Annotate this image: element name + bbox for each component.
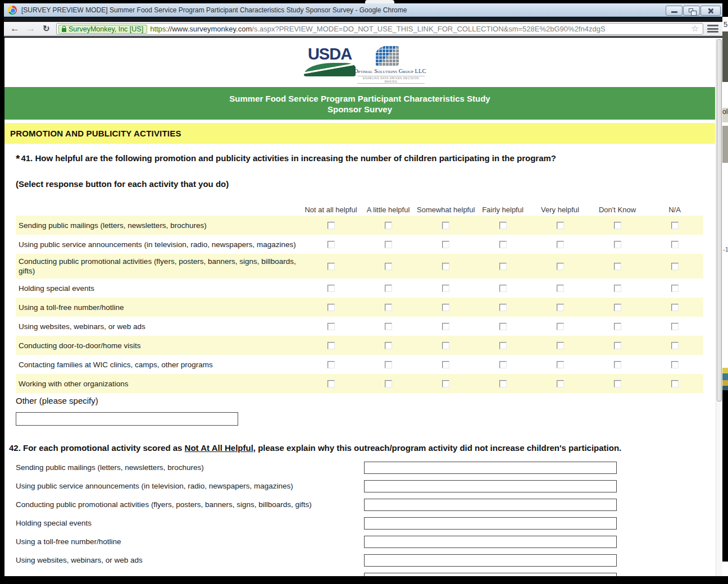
response-checkbox[interactable] [442, 342, 449, 349]
rating-matrix: Not at all helpful A little helpful Some… [16, 203, 703, 393]
background-text-fragment: oll [722, 108, 728, 122]
response-checkbox[interactable] [442, 380, 449, 387]
other-specify-input[interactable] [16, 412, 238, 426]
response-checkbox[interactable] [442, 361, 449, 368]
response-checkbox[interactable] [614, 241, 621, 248]
response-checkbox[interactable] [327, 263, 335, 270]
response-checkbox[interactable] [671, 304, 679, 311]
response-checkbox[interactable] [671, 285, 679, 292]
response-checkbox[interactable] [327, 323, 335, 330]
explain-input[interactable] [364, 554, 617, 567]
response-checkbox[interactable] [671, 361, 679, 368]
response-checkbox[interactable] [385, 304, 392, 311]
response-checkbox[interactable] [671, 241, 679, 248]
response-checkbox[interactable] [442, 323, 449, 330]
response-checkbox[interactable] [385, 285, 392, 292]
explain-input[interactable] [364, 480, 617, 492]
response-checkbox[interactable] [499, 304, 507, 311]
response-checkbox[interactable] [614, 323, 621, 330]
close-button[interactable] [700, 6, 721, 16]
response-checkbox[interactable] [327, 285, 335, 292]
response-checkbox[interactable] [385, 263, 392, 270]
response-checkbox[interactable] [385, 361, 392, 368]
response-checkbox[interactable] [671, 380, 679, 387]
response-checkbox[interactable] [614, 285, 621, 292]
restore-icon [689, 8, 693, 12]
minimize-button[interactable] [666, 6, 683, 16]
restore-button[interactable] [683, 6, 700, 16]
response-checkbox[interactable] [671, 222, 679, 229]
section-header: PROMOTION AND PUBLICITY ACTIVITIES [4, 123, 715, 144]
response-checkbox[interactable] [557, 380, 564, 387]
response-checkbox[interactable] [499, 263, 507, 270]
usda-swoosh [304, 63, 356, 76]
explain-input[interactable] [364, 462, 617, 474]
response-checkbox[interactable] [557, 304, 564, 311]
response-checkbox[interactable] [557, 361, 564, 368]
response-checkbox[interactable] [385, 241, 392, 248]
response-checkbox[interactable] [442, 263, 449, 270]
response-checkbox[interactable] [385, 323, 392, 330]
response-checkbox[interactable] [614, 380, 621, 387]
response-checkbox[interactable] [327, 304, 335, 311]
response-checkbox[interactable] [557, 342, 564, 349]
matrix-row: Using public service announcements (in t… [16, 235, 703, 254]
response-checkbox[interactable] [499, 323, 507, 330]
forward-button[interactable]: → [26, 22, 35, 35]
response-checkbox[interactable] [442, 285, 449, 292]
response-checkbox[interactable] [327, 361, 335, 368]
title-bar[interactable]: [SURVEY PREVIEW MODE] Summer Food Servic… [4, 3, 722, 17]
explain-input[interactable] [364, 536, 617, 548]
response-checkbox[interactable] [327, 241, 335, 248]
response-checkbox[interactable] [614, 304, 621, 311]
address-bar[interactable]: SurveyMonkey, Inc [US] https://www.surve… [56, 23, 703, 35]
back-button[interactable]: ← [10, 22, 20, 35]
response-checkbox[interactable] [499, 380, 507, 387]
response-checkbox[interactable] [442, 304, 449, 311]
response-checkbox[interactable] [557, 241, 564, 248]
response-checkbox[interactable] [671, 342, 679, 349]
response-checkbox[interactable] [385, 380, 392, 387]
response-checkbox[interactable] [499, 361, 507, 368]
response-checkbox[interactable] [614, 361, 621, 368]
response-checkbox[interactable] [614, 342, 621, 349]
response-checkbox[interactable] [327, 342, 335, 349]
bookmark-star-icon[interactable]: ☆ [690, 24, 699, 34]
response-checkbox[interactable] [499, 342, 507, 349]
response-checkbox[interactable] [557, 263, 564, 270]
chrome-menu-button[interactable] [707, 25, 720, 34]
explain-input[interactable] [364, 517, 617, 530]
response-checkbox[interactable] [614, 263, 621, 270]
url-text: https://www.surveymonkey.com/s.aspx?PREV… [150, 25, 703, 33]
background-text-fragment: 5 [724, 20, 727, 29]
response-checkbox[interactable] [557, 323, 564, 330]
response-checkbox[interactable] [442, 241, 449, 248]
scrollbar-thumb[interactable] [717, 39, 722, 402]
background-block-fragment [722, 126, 728, 163]
response-checkbox[interactable] [671, 263, 679, 270]
response-checkbox[interactable] [499, 241, 507, 248]
matrix-row: Sending public mailings (letters, newsle… [16, 216, 703, 235]
response-checkbox[interactable] [557, 285, 564, 292]
row-label: Using public service announcements (in t… [16, 240, 302, 249]
response-checkbox[interactable] [327, 380, 335, 387]
page-scrollbar[interactable] [716, 38, 722, 576]
response-checkbox[interactable] [557, 222, 564, 229]
response-checkbox[interactable] [385, 342, 392, 349]
column-header: Not at all helpful [302, 206, 360, 214]
response-checkbox[interactable] [327, 222, 335, 229]
tab-strip [4, 17, 722, 22]
response-checkbox[interactable] [385, 222, 392, 229]
response-checkbox[interactable] [614, 222, 621, 229]
ssl-ev-badge[interactable]: SurveyMonkey, Inc [US] [58, 25, 147, 34]
explain-input[interactable] [364, 499, 617, 511]
minimize-icon [671, 11, 677, 13]
response-checkbox[interactable] [499, 285, 507, 292]
response-checkbox[interactable] [671, 323, 679, 330]
column-header: Very helpful [531, 206, 589, 214]
response-checkbox[interactable] [499, 222, 507, 229]
optimal-grid-icon [375, 45, 399, 66]
reload-button[interactable]: ↻ [43, 22, 50, 35]
browser-toolbar: ← → ↻ SurveyMonkey, Inc [US] https://www… [4, 22, 722, 36]
response-checkbox[interactable] [442, 222, 449, 229]
